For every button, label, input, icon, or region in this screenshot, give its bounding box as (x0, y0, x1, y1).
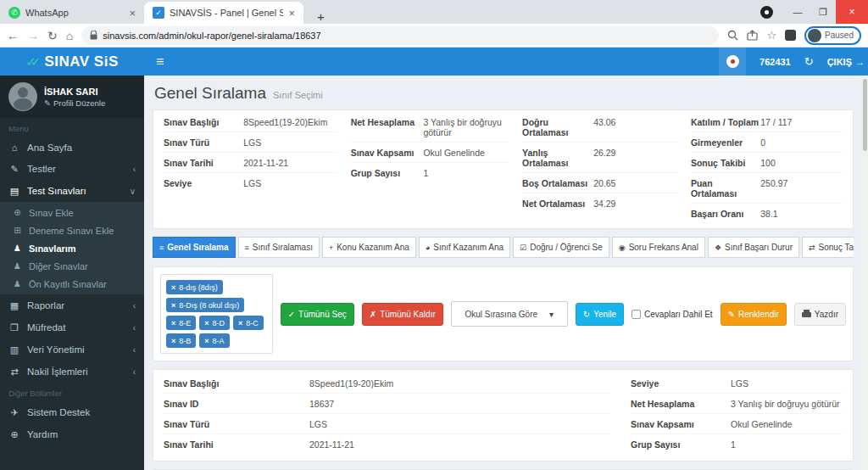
class-chip[interactable]: ×8-Dış (8 okul dışı) (166, 298, 244, 312)
summary-col-3: Doğru Ortalaması43.06 Yanlış Ortalaması2… (522, 112, 677, 223)
sidebar-item-mufredat[interactable]: ❐ Müfredat ‹ (0, 316, 144, 339)
status-icon (726, 55, 739, 68)
colorize-button[interactable]: ✎Renklendir (721, 303, 787, 326)
sidebar-item-sistem-destek[interactable]: ✈ Sistem Destek (0, 401, 144, 423)
home-icon[interactable]: ⌂ (66, 29, 73, 42)
list-icon: ≡ (159, 243, 164, 252)
remove-icon[interactable]: × (238, 319, 242, 327)
remove-icon[interactable]: × (171, 301, 175, 310)
summary-row: Boş Ortalaması20.65 (522, 173, 677, 193)
brand-logo[interactable]: ✓✓ SINAV SiS (0, 53, 144, 70)
url-input[interactable]: sinavsis.com/admin/okul-rapor/genel-sira… (81, 26, 719, 45)
page-subtitle: Sınıf Seçimi (273, 90, 323, 100)
tab-konu-kazanim-analizi[interactable]: +Konu Kazanım Ana (322, 237, 416, 258)
recording-indicator-icon[interactable] (760, 6, 773, 19)
new-tab-button[interactable]: + (312, 9, 330, 24)
tab-dogru-ogrenci-secimi[interactable]: ☑Doğru / Öğrenci Se (513, 237, 609, 258)
target-icon: ◉ (619, 243, 626, 252)
sidebar-item-sinav-ekle[interactable]: ⊕ Sınav Ekle (0, 204, 144, 221)
remove-icon[interactable]: × (204, 337, 209, 345)
class-chip[interactable]: ×8-E (166, 316, 196, 330)
back-icon[interactable]: ← (7, 29, 19, 42)
remove-icon[interactable]: × (204, 319, 209, 327)
page-scrollbar[interactable] (862, 76, 868, 470)
bookmark-star-icon[interactable]: ☆ (766, 29, 776, 42)
close-tab-icon[interactable]: × (288, 7, 295, 20)
class-chip[interactable]: ×8-C (233, 316, 264, 330)
address-bar-actions: ☆ Paused (727, 26, 861, 45)
restore-button[interactable]: ❐ (810, 7, 836, 18)
checkbox-icon[interactable] (632, 310, 641, 319)
close-window-button[interactable]: × (836, 0, 868, 24)
share-icon[interactable] (747, 30, 758, 41)
reload-icon[interactable]: ↻ (47, 29, 58, 42)
list-icon: ≡ (245, 243, 249, 252)
minimize-button[interactable]: — (785, 7, 810, 17)
include-answers-checkbox[interactable]: Cevapları Dahil Et (632, 310, 713, 319)
remove-all-button[interactable]: ✗Tümünü Kaldır (362, 303, 443, 326)
user-name: İSHAK SARI (44, 87, 105, 97)
zoom-icon[interactable] (727, 30, 738, 41)
class-chip[interactable]: ×8-A (199, 333, 229, 348)
sidebar-item-veri-yonetimi[interactable]: ▥ Veri Yönetimi ‹ (0, 339, 144, 361)
sidebar-item-nakil-islemleri[interactable]: ⇄ Nakil İşlemleri ‹ (0, 361, 144, 383)
edit-profile-link[interactable]: ✎ Profili Düzenle (44, 98, 105, 108)
browser-address-bar: ← → ↻ ⌂ sinavsis.com/admin/okul-rapor/ge… (0, 24, 868, 48)
menu-section-label: Menu (0, 118, 144, 137)
header-status-button[interactable] (719, 48, 746, 76)
scrollbar-thumb[interactable] (863, 79, 867, 151)
users-icon: ♟ (12, 261, 23, 271)
select-all-button[interactable]: ✓Tümünü Seç (281, 303, 354, 326)
logout-arrow-icon: → (855, 57, 865, 67)
class-chip[interactable]: ×8-B (166, 333, 196, 348)
data-icon: ▥ (8, 344, 20, 355)
summary-row: Sonuç Takibi100 (691, 153, 843, 173)
profile-paused-badge[interactable]: Paused (804, 26, 861, 45)
extensions-icon[interactable] (785, 30, 796, 41)
remove-icon[interactable]: × (171, 319, 175, 327)
tab-sinif-kazanim-analizi[interactable]: ◕Sınıf Kazanım Ana (419, 237, 510, 258)
sidebar-item-testler[interactable]: ✎ Testler ‹ (0, 158, 144, 180)
summary-row: Başarı Oranı38.1 (691, 204, 843, 223)
class-chip[interactable]: ×8-D (199, 316, 230, 330)
logout-button[interactable]: ÇIKIŞ → (827, 57, 865, 67)
close-tab-icon[interactable]: × (129, 7, 136, 20)
details-right: SeviyeLGS Net Hesaplama3 Yanlış bir doğr… (631, 373, 843, 454)
home-icon: ⌂ (8, 143, 20, 153)
tab-genel-siralama[interactable]: ≡Genel Sıralama (153, 237, 236, 258)
sidebar-item-ana-sayfa[interactable]: ⌂ Ana Sayfa (0, 137, 144, 158)
sidebar-item-on-kayitli-sinavlar[interactable]: ♟ Ön Kayıtlı Sınavlar (0, 275, 144, 293)
whatsapp-icon: ✆ (8, 7, 20, 19)
caret-down-icon: ▾ (549, 310, 554, 319)
tab-sonuc-takibi[interactable]: ⇄Sonuç Takibi (802, 237, 854, 258)
sidebar-item-sinavlarim[interactable]: ♟ Sınavlarım (0, 239, 144, 257)
remove-icon[interactable]: × (171, 283, 175, 292)
exam-summary-card: Sınav Başlığı8Speed1(19-20)Ekim Sınav Tü… (153, 109, 854, 229)
tab-sinif-siralamasi[interactable]: ≡Sınıf Sıralaması (238, 237, 320, 258)
remove-icon[interactable]: × (171, 337, 175, 345)
summary-col-2: Net Hesaplama3 Yanlış bir doğruyu götürü… (351, 112, 509, 223)
class-chip[interactable]: ×8-dış (8dış) (166, 280, 223, 294)
summary-row: Net Hesaplama3 Yanlış bir doğruyu götürü… (351, 112, 509, 143)
sidebar-item-test-sinavlari[interactable]: ▤ Test Sınavları ∨ (0, 180, 144, 202)
logout-label: ÇIKIŞ (827, 57, 852, 67)
sidebar-item-raporlar[interactable]: ▦ Raporlar ‹ (0, 294, 144, 316)
details-left: Sınav Başlığı8Speed1(19-20)Ekim Sınav ID… (164, 373, 610, 454)
forward-icon[interactable]: → (27, 29, 39, 42)
detail-row: Sınav TürüLGS (164, 414, 610, 434)
refresh-icon[interactable]: ↻ (804, 55, 814, 68)
sidebar-item-deneme-sinavi-ekle[interactable]: ⊞ Deneme Sınavı Ekle (0, 221, 144, 239)
send-icon: ✈ (8, 407, 20, 418)
sidebar-toggle-icon[interactable]: ≡ (144, 54, 175, 70)
print-button[interactable]: Yazdır (794, 303, 846, 326)
detail-row: Sınav Tarihi2021-11-21 (164, 434, 610, 454)
tab-whatsapp[interactable]: ✆ WhatsApp × (0, 2, 144, 24)
tab-sinif-basari-durumu[interactable]: ❖Sınıf Başarı Durur (708, 237, 799, 258)
tab-title: SINAVSİS - Panel | Genel Sıralama (170, 8, 283, 18)
refresh-button[interactable]: ↻Yenile (576, 303, 624, 326)
tab-soru-frekans-analizi[interactable]: ◉Soru Frekans Anal (612, 237, 705, 258)
tab-sinavsis[interactable]: ✓ SINAVSİS - Panel | Genel Sıralama × (144, 2, 303, 24)
sidebar-item-diger-sinavlar[interactable]: ♟ Diğer Sınavlar (0, 257, 144, 275)
sort-order-select[interactable]: Okul Sırasına Göre▾ (451, 301, 568, 327)
sidebar-item-yardim[interactable]: ⊕ Yardım (0, 423, 144, 445)
